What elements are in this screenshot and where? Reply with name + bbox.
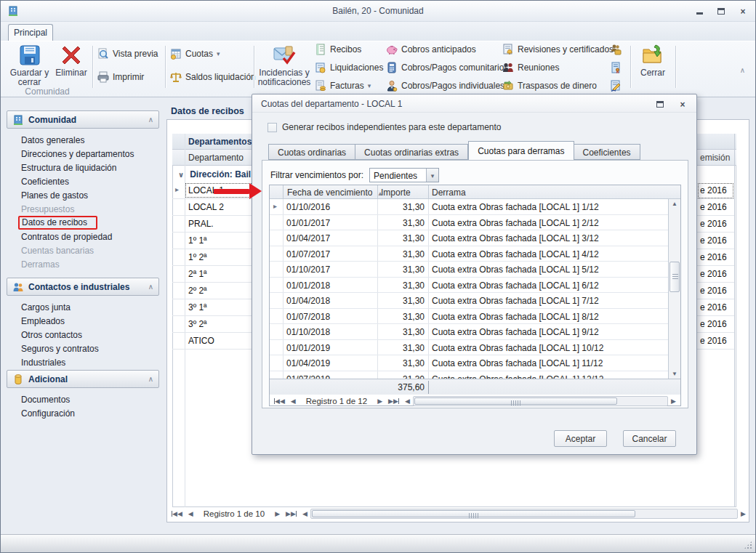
sidebar-item[interactable]: Planes de gastos [21, 188, 158, 202]
group-expand-icon[interactable]: ∨ [178, 171, 184, 179]
traspasos-button[interactable]: Traspasos de dinero [502, 79, 597, 92]
sidebar-item[interactable]: Empleados [21, 314, 158, 328]
vertical-scrollbar[interactable]: ▲ ▼ [668, 199, 680, 379]
emision-cell[interactable]: e 2016 [697, 299, 734, 316]
minimize-button[interactable] [693, 6, 706, 17]
prev-record-button[interactable]: ◀ [288, 397, 299, 405]
emision-cell[interactable]: e 2016 [697, 316, 734, 333]
reuniones-button[interactable]: Reuniones [502, 61, 559, 74]
sidebar-group-contactos[interactable]: Contactos e industriales ∧ [7, 278, 159, 296]
emision-cell[interactable]: e 2016 [697, 333, 734, 350]
emision-cell[interactable]: e 2016 [697, 249, 734, 266]
sidebar-group-adicional[interactable]: Adicional ∧ [7, 370, 159, 388]
checkbox[interactable] [268, 123, 277, 132]
column-fecha[interactable]: Fecha de vencimiento ▲ [287, 187, 383, 198]
preview-button[interactable]: Vista previa [97, 47, 158, 60]
next-record-button[interactable]: ▶ [374, 397, 385, 405]
column-importe[interactable]: Importe [381, 187, 411, 198]
column-header-emision[interactable]: emisión [697, 150, 734, 166]
tab-principal[interactable]: Principal [8, 24, 53, 41]
sidebar-item[interactable]: Datos de recibos [21, 216, 158, 230]
grid-row[interactable]: 01/01/2017 31,30 Cuota extra Obras facha… [270, 215, 669, 231]
scrollbar-thumb[interactable] [312, 510, 636, 517]
sidebar-item[interactable]: Cargos junta [21, 300, 158, 314]
cobros-individuales-button[interactable]: Cobros/Pagos individuales [386, 79, 504, 92]
scroll-right-button[interactable]: ▶ [738, 510, 749, 517]
tab-cuotas-para-derramas[interactable]: Cuotas para derramas [468, 141, 574, 160]
sidebar-item[interactable]: Coeficientes [21, 174, 158, 188]
scroll-up-button[interactable]: ▲ [669, 201, 680, 207]
save-close-button[interactable]: Guardar y cerrar [9, 44, 49, 87]
grid-row[interactable]: ▸ 01/10/2016 31,30 Cuota extra Obras fac… [270, 199, 669, 215]
sidebar-item[interactable]: Cuentas bancarias [21, 243, 158, 257]
emision-cell[interactable]: e 2016 [697, 182, 734, 199]
tab-cuotas-ordinarias[interactable]: Cuotas ordinarias [268, 144, 355, 160]
saldos-button[interactable]: Saldos liquidación [170, 70, 256, 84]
grid-row[interactable]: 01/04/2017 31,30 Cuota extra Obras facha… [270, 230, 669, 246]
emision-cell[interactable]: e 2016 [697, 283, 734, 299]
first-record-button[interactable]: ◀◀ [169, 510, 185, 517]
sidebar-item[interactable]: Seguros y contratos [21, 342, 158, 355]
last-record-button[interactable]: ▶▶ [385, 397, 402, 405]
first-record-button[interactable]: ◀◀ [271, 397, 288, 405]
column-derrama[interactable]: Derrama [432, 187, 466, 198]
sidebar-item[interactable]: Documentos [21, 392, 158, 406]
sidebar-item[interactable]: Direcciones y departamentos [21, 147, 158, 161]
grid-row[interactable]: 01/01/2019 31,30 Cuota extra Obras facha… [270, 340, 669, 356]
sidebar-item[interactable]: Presupuestos [21, 202, 158, 216]
grid-row[interactable]: 01/07/2018 31,30 Cuota extra Obras facha… [270, 309, 669, 325]
cobros-anticipados-button[interactable]: Cobros anticipados [386, 43, 476, 56]
scroll-right-button[interactable]: ▶ [668, 397, 679, 405]
emision-cell[interactable]: e 2016 [697, 233, 734, 249]
combo-dropdown-icon[interactable]: ▾ [426, 169, 438, 182]
prev-record-button[interactable]: ◀ [185, 510, 196, 517]
sidebar-item[interactable]: Derramas [21, 257, 158, 271]
emision-cell[interactable]: e 2016 [697, 266, 734, 283]
sidebar-group-comunidad[interactable]: Comunidad ∧ [7, 110, 159, 129]
scrollbar-thumb[interactable] [669, 262, 680, 292]
filter-combobox[interactable]: Pendientes ▾ [369, 168, 439, 182]
cobros-comunitarios-button[interactable]: Cobros/Pagos comunitarios [386, 61, 508, 74]
grid-row[interactable]: 01/07/2017 31,30 Cuota extra Obras facha… [270, 246, 669, 262]
scroll-down-button[interactable]: ▼ [669, 371, 680, 377]
sidebar-item[interactable]: Estructura de liquidación [21, 161, 158, 174]
close-button[interactable]: × [736, 6, 749, 17]
ribbon-collapse-icon[interactable]: ∧ [740, 66, 745, 74]
recibos-button[interactable]: Recibos [315, 43, 361, 56]
last-record-button[interactable]: ▶▶ [283, 510, 299, 517]
tab-coeficientes[interactable]: Coeficientes [574, 144, 640, 160]
facturas-button[interactable]: Facturas ▾ [315, 79, 371, 92]
liquidaciones-button[interactable]: Liquidaciones [315, 61, 383, 74]
grid-row[interactable]: 01/07/2019 31,30 Cuota extra Obras facha… [270, 371, 669, 379]
signature-icon-button[interactable] [610, 79, 622, 92]
sidebar-item[interactable]: Industriales [21, 355, 158, 369]
print-button[interactable]: Imprimir [97, 70, 144, 84]
dialog-close-button[interactable]: × [676, 99, 689, 110]
sidebar-item[interactable]: Contratos de propiedad [21, 230, 158, 243]
scroll-left-button[interactable]: ◀ [402, 397, 413, 405]
emision-cell[interactable]: e 2016 [697, 199, 734, 216]
grid-row[interactable]: 01/01/2018 31,30 Cuota extra Obras facha… [270, 278, 669, 294]
cuotas-button[interactable]: Cuotas ▾ [170, 47, 220, 60]
horizontal-scrollbar[interactable] [413, 396, 668, 406]
dialog-restore-button[interactable] [654, 99, 667, 110]
scrollbar-thumb[interactable] [414, 397, 617, 405]
revisiones-button[interactable]: Revisiones y certificados [502, 43, 614, 56]
next-record-button[interactable]: ▶ [272, 510, 283, 517]
delete-button[interactable]: Eliminar [53, 44, 89, 78]
sidebar-item[interactable]: Otros contactos [21, 328, 158, 342]
personal-briefcase-icon-button[interactable] [610, 43, 622, 56]
grid-row[interactable]: 01/10/2018 31,30 Cuota extra Obras facha… [270, 324, 669, 340]
grid-row[interactable]: 01/04/2019 31,30 Cuota extra Obras facha… [270, 355, 669, 371]
certificate-icon-button[interactable] [610, 61, 622, 74]
accept-button[interactable]: Aceptar [554, 430, 607, 447]
emision-cell[interactable]: e 2016 [697, 216, 734, 233]
restore-button[interactable] [715, 6, 728, 17]
scroll-left-button[interactable]: ◀ [299, 510, 310, 517]
grid-row[interactable]: 01/04/2018 31,30 Cuota extra Obras facha… [270, 293, 669, 309]
cerrar-button[interactable]: Cerrar [633, 44, 672, 78]
sidebar-item[interactable]: Datos generales [21, 133, 158, 147]
cancel-button[interactable]: Cancelar [623, 430, 676, 447]
tab-cuotas-ordinarias-extras[interactable]: Cuotas ordinarias extras [355, 144, 468, 160]
grid-row[interactable]: 01/10/2017 31,30 Cuota extra Obras facha… [270, 262, 669, 278]
